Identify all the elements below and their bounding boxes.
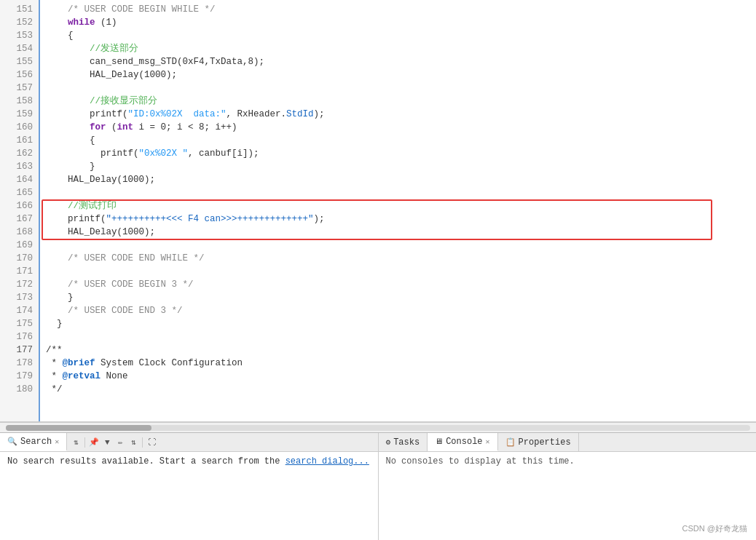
line-number: 175 <box>0 317 39 330</box>
line-number: 177 <box>0 344 39 357</box>
line-number: 153 <box>0 29 39 42</box>
line-number: 180 <box>0 383 39 396</box>
code-line: /* USER CODE BEGIN 3 */ <box>40 278 756 291</box>
code-line: while (1) <box>40 16 756 29</box>
line-numbers: 1511521531541551561571581591601611621631… <box>0 0 40 421</box>
tab-console[interactable]: 🖥 Console ✕ <box>428 433 497 451</box>
line-number: 151 <box>0 3 39 16</box>
code-line <box>40 265 756 278</box>
properties-tab-label: Properties <box>519 437 571 448</box>
code-line: /* USER CODE BEGIN WHILE */ <box>40 3 756 16</box>
watermark: CSDN @好奇龙猫 <box>682 523 747 534</box>
line-number: 162 <box>0 147 39 160</box>
line-number: 154 <box>0 42 39 55</box>
code-line: * @retval None <box>40 370 756 383</box>
code-line: //接收显示部分 <box>40 95 756 108</box>
line-number: 159 <box>0 108 39 121</box>
code-line <box>40 330 756 344</box>
line-number: 176 <box>0 330 39 344</box>
search-panel-content: No search results available. Start a sea… <box>0 452 379 540</box>
line-number: 164 <box>0 173 39 186</box>
properties-tab-icon: 📋 <box>505 437 516 447</box>
code-line: { <box>40 134 756 147</box>
tab-tasks[interactable]: ⚙ Tasks <box>379 433 428 451</box>
code-editor: 1511521531541551561571581591601611621631… <box>0 0 756 422</box>
toolbar-sync-icon[interactable]: ⇅ <box>70 437 82 448</box>
code-line: } <box>40 160 756 173</box>
line-number: 171 <box>0 265 39 278</box>
tab-properties[interactable]: 📋 Properties <box>498 433 579 451</box>
console-tab-close[interactable]: ✕ <box>486 437 490 446</box>
code-line <box>40 82 756 95</box>
line-number: 169 <box>0 239 39 252</box>
bottom-panel: 🔍 Search ✕ ⇅ 📌 ▼ ✏ ⇅ ⛶ ⚙ Tasks 🖥 <box>0 432 756 540</box>
search-tab-close[interactable]: ✕ <box>55 437 59 446</box>
line-number: 157 <box>0 82 39 95</box>
search-tab-label: Search <box>20 437 52 447</box>
toolbar-export-icon[interactable]: ⇅ <box>127 437 139 448</box>
code-line: } <box>40 317 756 330</box>
line-number: 173 <box>0 291 39 304</box>
code-line: /* USER CODE END 3 */ <box>40 304 756 317</box>
code-line: } <box>40 291 756 304</box>
code-line: printf("0x%02X ", canbuf[i]); <box>40 147 756 160</box>
line-number: 156 <box>0 68 39 82</box>
code-line: printf("ID:0x%02X data:", RxHeader.StdId… <box>40 108 756 121</box>
code-line: HAL_Delay(1000); <box>40 68 756 82</box>
line-number: 160 <box>0 121 39 134</box>
line-number: 152 <box>0 16 39 29</box>
search-no-results-text: No search results available. Start a sea… <box>7 456 286 466</box>
tasks-tab-icon: ⚙ <box>386 437 391 447</box>
line-number: 166 <box>0 199 39 213</box>
code-line: * @brief System Clock Configuration <box>40 357 756 370</box>
search-toolbar: ⇅ 📌 ▼ ✏ ⇅ ⛶ <box>67 437 160 448</box>
tab-search[interactable]: 🔍 Search ✕ <box>0 433 67 451</box>
code-line <box>40 239 756 252</box>
search-dialog-link[interactable]: search dialog... <box>286 456 369 466</box>
left-tabs: 🔍 Search ✕ ⇅ 📌 ▼ ✏ ⇅ ⛶ <box>0 433 379 451</box>
bottom-tab-bar: 🔍 Search ✕ ⇅ 📌 ▼ ✏ ⇅ ⛶ ⚙ Tasks 🖥 <box>0 433 756 452</box>
line-number: 167 <box>0 213 39 226</box>
code-line <box>40 186 756 199</box>
code-line: for (int i = 0; i < 8; i++) <box>40 121 756 134</box>
line-number: 161 <box>0 134 39 147</box>
code-line: printf("++++++++++<<< F4 can>>>+++++++++… <box>40 213 756 226</box>
console-no-display-text: No consoles to display at this time. <box>386 456 575 466</box>
line-number: 178 <box>0 357 39 370</box>
code-line: */ <box>40 383 756 396</box>
toolbar-edit-icon[interactable]: ✏ <box>114 437 126 448</box>
line-number: 168 <box>0 226 39 239</box>
code-line: { <box>40 29 756 42</box>
right-tabs: ⚙ Tasks 🖥 Console ✕ 📋 Properties <box>379 433 757 451</box>
code-line: //测试打印 <box>40 199 756 213</box>
code-line: can_send_msg_STD(0xF4,TxData,8); <box>40 55 756 68</box>
line-number: 155 <box>0 55 39 68</box>
bottom-content: No search results available. Start a sea… <box>0 452 756 540</box>
line-number: 158 <box>0 95 39 108</box>
toolbar-collapse-icon[interactable]: ⛶ <box>146 437 157 448</box>
line-number: 165 <box>0 186 39 199</box>
line-number: 179 <box>0 370 39 383</box>
toolbar-filter-icon[interactable]: ▼ <box>101 437 113 448</box>
tasks-tab-label: Tasks <box>393 437 420 448</box>
horizontal-scrollbar[interactable] <box>0 422 756 432</box>
code-lines: /* USER CODE BEGIN WHILE */ while (1) { … <box>40 0 756 421</box>
console-tab-label: Console <box>446 437 482 447</box>
search-tab-icon: 🔍 <box>7 437 17 446</box>
code-line: /** <box>40 344 756 357</box>
line-number: 174 <box>0 304 39 317</box>
line-number: 163 <box>0 160 39 173</box>
line-number: 170 <box>0 252 39 265</box>
code-line: /* USER CODE END WHILE */ <box>40 252 756 265</box>
code-line: HAL_Delay(1000); <box>40 226 756 239</box>
toolbar-pin-icon[interactable]: 📌 <box>88 437 100 448</box>
code-line: HAL_Delay(1000); <box>40 173 756 186</box>
line-number: 172 <box>0 278 39 291</box>
console-tab-icon: 🖥 <box>435 437 443 446</box>
code-line: //发送部分 <box>40 42 756 55</box>
